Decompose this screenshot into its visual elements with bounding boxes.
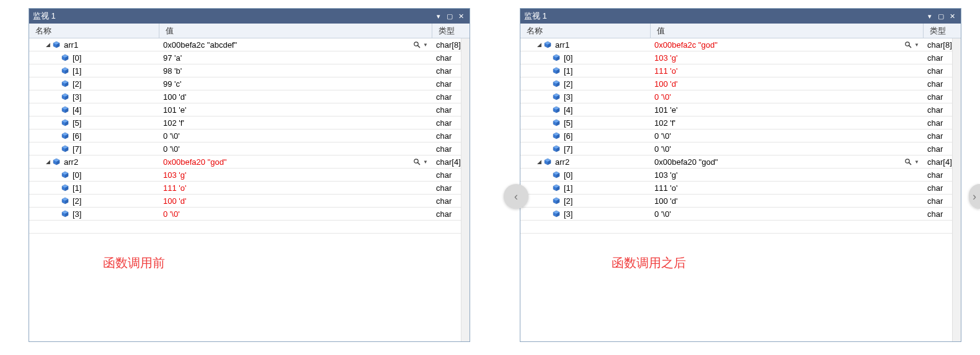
table-row[interactable]: [4]101 'e'char xyxy=(29,103,470,116)
name-cell[interactable]: [2] xyxy=(520,79,651,89)
value-cell[interactable]: 97 'a' xyxy=(159,53,432,63)
search-icon[interactable] xyxy=(412,40,421,49)
table-row[interactable]: [1]98 'b'char xyxy=(29,64,470,77)
name-cell[interactable]: [3] xyxy=(520,209,651,219)
close-icon[interactable]: ✕ xyxy=(456,11,466,21)
value-cell[interactable]: 101 'e' xyxy=(651,105,924,115)
table-row[interactable]: [0]97 'a'char xyxy=(29,51,470,64)
name-cell[interactable]: [7] xyxy=(520,144,651,154)
table-row[interactable]: ◢arr10x00befa2c "abcdef"▼char[8] xyxy=(29,38,470,51)
name-cell[interactable]: [3] xyxy=(29,209,159,219)
search-icon[interactable] xyxy=(904,157,912,166)
value-cell[interactable]: 0 '\0' xyxy=(159,144,432,154)
value-cell[interactable]: 0 '\0' xyxy=(159,131,432,141)
next-image-button[interactable]: › xyxy=(969,184,980,209)
name-cell[interactable]: [1] xyxy=(520,183,651,193)
header-value[interactable]: 值 xyxy=(159,24,432,38)
maximize-icon[interactable]: ▢ xyxy=(936,11,946,21)
name-cell[interactable]: [4] xyxy=(29,105,159,115)
chevron-down-icon[interactable]: ▼ xyxy=(914,40,920,49)
table-row[interactable]: [2]100 'd'char xyxy=(520,77,961,90)
titlebar[interactable]: 监视 1 ▾ ▢ ✕ xyxy=(29,9,470,24)
value-cell[interactable]: 0x00befa2c "abcdef"▼ xyxy=(159,40,432,50)
name-cell[interactable]: [0] xyxy=(520,170,651,180)
vertical-scrollbar[interactable] xyxy=(952,38,961,341)
table-row[interactable]: [3]0 '\0'char xyxy=(520,208,961,221)
table-row[interactable]: [0]103 'g'char xyxy=(29,169,470,182)
empty-row[interactable] xyxy=(29,221,470,234)
name-cell[interactable]: [1] xyxy=(29,66,159,76)
dropdown-icon[interactable]: ▾ xyxy=(434,11,443,21)
table-row[interactable]: [4]101 'e'char xyxy=(520,103,961,116)
name-cell[interactable]: [0] xyxy=(520,53,651,63)
value-cell[interactable]: 0 '\0' xyxy=(651,144,924,154)
prev-image-button[interactable]: ‹ xyxy=(504,184,528,209)
table-row[interactable]: [2]99 'c'char xyxy=(29,77,470,90)
value-cell[interactable]: 0 '\0' xyxy=(159,209,432,219)
name-cell[interactable]: [0] xyxy=(29,53,159,63)
table-row[interactable]: [7]0 '\0'char xyxy=(520,142,961,156)
table-row[interactable]: [3]0 '\0'char xyxy=(29,208,470,221)
value-cell[interactable]: 0x00befa20 "god"▼ xyxy=(159,157,432,167)
header-type[interactable]: 类型 xyxy=(924,24,961,38)
search-icon[interactable] xyxy=(412,157,421,166)
value-cell[interactable]: 0 '\0' xyxy=(651,131,924,141)
expander-icon[interactable]: ◢ xyxy=(44,158,51,165)
header-name[interactable]: 名称 xyxy=(520,24,651,38)
value-cell[interactable]: 0x00befa2c "god"▼ xyxy=(651,40,924,50)
chevron-down-icon[interactable]: ▼ xyxy=(422,40,429,49)
table-row[interactable]: ◢arr10x00befa2c "god"▼char[8] xyxy=(520,38,961,51)
name-cell[interactable]: [2] xyxy=(29,196,159,206)
table-row[interactable]: [2]100 'd'char xyxy=(29,195,470,208)
maximize-icon[interactable]: ▢ xyxy=(445,11,455,21)
value-cell[interactable]: 100 'd' xyxy=(651,79,924,89)
value-cell[interactable]: 102 'f' xyxy=(651,118,924,128)
close-icon[interactable]: ✕ xyxy=(947,11,957,21)
expander-icon[interactable]: ◢ xyxy=(44,41,51,48)
name-cell[interactable]: [2] xyxy=(29,79,159,89)
titlebar[interactable]: 监视 1 ▾ ▢ ✕ xyxy=(520,9,961,24)
value-cell[interactable]: 102 'f' xyxy=(159,118,432,128)
name-cell[interactable]: [2] xyxy=(520,196,651,206)
name-cell[interactable]: [1] xyxy=(520,66,651,76)
table-row[interactable]: [1]111 'o'char xyxy=(520,182,961,195)
table-row[interactable]: [3]100 'd'char xyxy=(29,90,470,103)
value-cell[interactable]: 101 'e' xyxy=(159,105,432,115)
name-cell[interactable]: [1] xyxy=(29,183,159,193)
table-row[interactable]: [0]103 'g'char xyxy=(520,51,961,64)
table-row[interactable]: [3]0 '\0'char xyxy=(520,90,961,103)
vertical-scrollbar[interactable] xyxy=(461,38,470,341)
name-cell[interactable]: [3] xyxy=(520,92,651,102)
table-row[interactable]: ◢arr20x00befa20 "god"▼char[4] xyxy=(520,156,961,169)
name-cell[interactable]: [6] xyxy=(29,131,159,141)
name-cell[interactable]: [7] xyxy=(29,144,159,154)
value-cell[interactable]: 0 '\0' xyxy=(651,209,924,219)
name-cell[interactable]: [3] xyxy=(29,92,159,102)
table-row[interactable]: [1]111 'o'char xyxy=(29,182,470,195)
table-row[interactable]: [7]0 '\0'char xyxy=(29,142,470,156)
value-cell[interactable]: 100 'd' xyxy=(159,92,432,102)
value-cell[interactable]: 103 'g' xyxy=(651,53,924,63)
chevron-down-icon[interactable]: ▼ xyxy=(422,157,429,166)
search-icon[interactable] xyxy=(904,40,912,49)
name-cell[interactable]: ◢arr2 xyxy=(29,157,159,167)
name-cell[interactable]: [5] xyxy=(29,118,159,128)
value-cell[interactable]: 98 'b' xyxy=(159,66,432,76)
value-cell[interactable]: 111 'o' xyxy=(159,183,432,193)
expander-icon[interactable]: ◢ xyxy=(535,41,543,48)
table-row[interactable]: ◢arr20x00befa20 "god"▼char[4] xyxy=(29,156,470,169)
table-row[interactable]: [6]0 '\0'char xyxy=(520,129,961,142)
header-value[interactable]: 值 xyxy=(651,24,924,38)
value-cell[interactable]: 111 'o' xyxy=(651,183,924,193)
value-cell[interactable]: 99 'c' xyxy=(159,79,432,89)
empty-row[interactable] xyxy=(520,221,961,234)
name-cell[interactable]: ◢arr1 xyxy=(520,40,651,50)
value-cell[interactable]: 103 'g' xyxy=(159,170,432,180)
expander-icon[interactable]: ◢ xyxy=(535,158,543,165)
chevron-down-icon[interactable]: ▼ xyxy=(914,157,920,166)
name-cell[interactable]: [0] xyxy=(29,170,159,180)
value-cell[interactable]: 0 '\0' xyxy=(651,92,924,102)
value-cell[interactable]: 103 'g' xyxy=(651,170,924,180)
value-cell[interactable]: 100 'd' xyxy=(159,196,432,206)
value-cell[interactable]: 0x00befa20 "god"▼ xyxy=(651,157,924,167)
